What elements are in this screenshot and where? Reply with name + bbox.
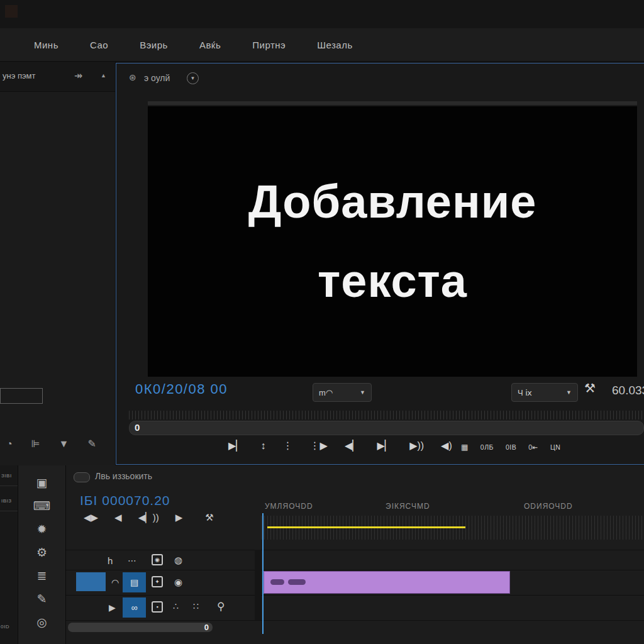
marker-icon[interactable]: ↕ bbox=[261, 440, 266, 452]
chevron-down-icon: ▼ bbox=[360, 389, 365, 396]
knob-icon[interactable]: ◎ bbox=[36, 615, 47, 630]
keyframe-next-icon[interactable]: ∷ bbox=[193, 601, 199, 611]
program-tab-icon: ⊛ bbox=[129, 72, 136, 82]
track-v1-source-patch[interactable]: ✦ bbox=[152, 576, 163, 587]
menu-item-file[interactable]: Минь bbox=[34, 40, 58, 50]
reverse-play-icon[interactable]: ◀) bbox=[441, 440, 452, 452]
insert-icon[interactable]: ↠ bbox=[74, 70, 82, 82]
list-view-icon[interactable]: ⊫ bbox=[31, 438, 40, 450]
keyframe-prev-icon[interactable]: ∴ bbox=[173, 601, 179, 611]
insert-button[interactable]: 0⇤ bbox=[528, 443, 538, 451]
step-back-icon[interactable]: ◀▏ bbox=[345, 440, 360, 452]
meter-label: 0ID bbox=[1, 624, 9, 630]
menu-item-view[interactable]: Вэирь bbox=[140, 40, 168, 50]
source-panel-tab[interactable]: унэ пэмт bbox=[3, 71, 36, 80]
track-v1-target-button[interactable] bbox=[76, 572, 106, 591]
transport-controls: ▶▏ ↕ ⋮ ⋮▶ ◀▏ ▶▏ ▶)) ◀) bbox=[228, 440, 452, 452]
meter-label: ЗІВІ bbox=[1, 473, 12, 479]
pen-icon[interactable]: ✎ bbox=[37, 592, 47, 606]
track-a1-link-button[interactable]: ∞ bbox=[123, 597, 146, 618]
video-title-line1: Добавление bbox=[248, 162, 537, 242]
play-forward-icon[interactable]: ▶ bbox=[175, 512, 183, 523]
export-frame-button[interactable]: ▦ bbox=[461, 443, 469, 452]
window-badge bbox=[5, 5, 18, 18]
jog-icon[interactable]: ◀▶ bbox=[84, 512, 98, 523]
play-back-icon[interactable]: ◀ bbox=[114, 512, 122, 523]
track-v1-lock-icon[interactable]: ◠ bbox=[111, 577, 119, 587]
work-area-marker bbox=[267, 526, 465, 528]
timeline-timecode[interactable]: ІБІ 000070.20 bbox=[80, 493, 170, 508]
slice-icon[interactable]: ▬ bbox=[36, 638, 48, 644]
timeline-clip[interactable] bbox=[264, 571, 510, 594]
keyboard-icon[interactable]: ⌨ bbox=[33, 499, 50, 513]
folder-icon[interactable]: ▣ bbox=[36, 475, 48, 490]
clock-icon[interactable]: ◔ bbox=[6, 438, 13, 450]
timeline-transport: ◀▶ ◀ ◀▏)) ▶ ⚒ bbox=[84, 512, 214, 523]
brush-icon[interactable]: ✎ bbox=[87, 438, 96, 450]
timeline-scroll-handle[interactable]: 0 bbox=[204, 623, 209, 632]
patch-dot-icon: ✦ bbox=[155, 579, 160, 585]
square-dot-icon: ▪ bbox=[156, 604, 158, 610]
resolution-dropdown-value: m◠ bbox=[319, 388, 333, 397]
filter-icon[interactable]: ▼ bbox=[59, 438, 69, 450]
source-footer-toolbar: ◔ ⊫ ▼ ✎ bbox=[6, 438, 96, 450]
track-v2-source-patch[interactable]: ◉ bbox=[152, 554, 163, 565]
timeline-scrollbar[interactable]: 0 bbox=[68, 623, 213, 632]
overwrite-button[interactable]: ЦΝ bbox=[550, 443, 560, 451]
play-icon[interactable]: ▶▏ bbox=[377, 440, 393, 452]
link-icon: ∞ bbox=[131, 602, 138, 613]
divider bbox=[66, 550, 644, 550]
extract-button[interactable]: 0ІВ bbox=[506, 443, 516, 451]
effects-icon[interactable]: ✹ bbox=[37, 522, 47, 536]
step-forward-icon[interactable]: ⋮▶ bbox=[310, 440, 328, 452]
video-title-line2: текста bbox=[318, 242, 467, 321]
add-marker-icon[interactable]: ⋮ bbox=[283, 440, 293, 452]
track-a1-play-icon[interactable]: ▶ bbox=[109, 602, 116, 613]
track-v2-eye-icon[interactable]: ◍ bbox=[174, 555, 182, 566]
track-v1-eye-icon[interactable]: ◉ bbox=[174, 577, 182, 588]
resolution-dropdown[interactable]: m◠ ▼ bbox=[313, 383, 372, 402]
playhead[interactable] bbox=[262, 513, 264, 634]
clip-fx-badge bbox=[288, 579, 306, 585]
divider bbox=[66, 620, 644, 621]
ruler-label-2: ЭІКЯСЧMD bbox=[386, 502, 430, 511]
tools-toolbar: ▣ ⌨ ✹ ⚙ ≣ ✎ ◎ ▬ bbox=[18, 465, 66, 644]
lift-button[interactable]: 0ЛБ bbox=[480, 443, 494, 451]
track-v2-toggle-icon[interactable]: h bbox=[108, 555, 113, 566]
header-track-divider bbox=[255, 550, 261, 620]
audio-meter-strip: ЗІВІ ІВІЗ 0ID bbox=[0, 465, 18, 644]
play-loud-icon[interactable]: ▶)) bbox=[409, 440, 424, 452]
timeline-panel: Лвь иззьокить ІБІ 000070.20 УМЛЯОЧDD ЭІК… bbox=[66, 465, 644, 644]
track-a1-source-patch[interactable]: ▪ bbox=[152, 601, 163, 613]
film-icon: ▤ bbox=[130, 577, 138, 587]
track-v1-sync-lock-button[interactable]: ▤ bbox=[123, 572, 146, 592]
monitor-scroll-handle[interactable]: 0 bbox=[135, 422, 140, 433]
playback-quality-dropdown[interactable]: Ч ⅸ ▼ bbox=[511, 383, 578, 402]
play-in-out-icon[interactable]: ▶▏ bbox=[228, 440, 244, 452]
menu-bar: Минь Сао Вэирь Авќь Пиртнэ Шезаль bbox=[0, 28, 644, 62]
settings-wrench-icon[interactable]: ⚒ bbox=[584, 380, 596, 396]
timeline-wrench-icon[interactable]: ⚒ bbox=[205, 512, 213, 523]
source-dot-icon: ◉ bbox=[155, 557, 160, 563]
gear-icon[interactable]: ⚙ bbox=[36, 545, 47, 560]
play-around-icon[interactable]: ◀▏)) bbox=[138, 512, 159, 523]
divider bbox=[66, 595, 644, 596]
collapse-icon[interactable]: ▲ bbox=[101, 72, 106, 79]
panel-menu-icon[interactable]: ▼ bbox=[187, 72, 199, 84]
thumbnail-placeholder bbox=[0, 388, 43, 404]
track-v2-dash-icon[interactable]: ⋯ bbox=[128, 555, 136, 565]
program-video-frame: Добавление текста bbox=[148, 106, 637, 377]
program-panel-tab[interactable]: э оулй bbox=[144, 73, 170, 83]
mixer-icon[interactable]: ≣ bbox=[37, 569, 47, 583]
menu-item-sequence[interactable]: Пиртнэ bbox=[252, 40, 286, 50]
monitor-scrollbar[interactable]: 0 bbox=[129, 421, 644, 435]
program-monitor-panel: ⊛ э оулй ▼ Добавление текста 0К0/20/08 0… bbox=[116, 63, 644, 465]
menu-item-edit[interactable]: Сао bbox=[90, 40, 108, 50]
monitor-mini-ruler[interactable] bbox=[129, 411, 644, 419]
quality-dropdown-value: Ч ⅸ bbox=[518, 388, 532, 397]
menu-item-window[interactable]: Шезаль bbox=[317, 40, 353, 50]
menu-item-clip[interactable]: Авќь bbox=[199, 40, 221, 50]
program-timecode[interactable]: 0К0/20/08 00 bbox=[135, 381, 228, 397]
mic-icon[interactable]: ⚲ bbox=[217, 600, 225, 613]
timeline-tab[interactable]: Лвь иззьокить bbox=[95, 471, 152, 481]
